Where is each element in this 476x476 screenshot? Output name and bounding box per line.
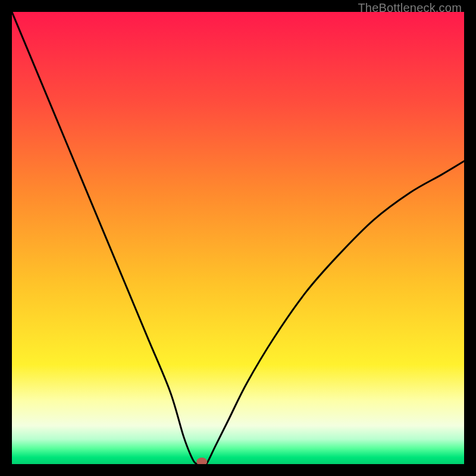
- watermark-text: TheBottleneck.com: [358, 1, 462, 15]
- bottleneck-chart: [12, 12, 464, 464]
- gradient-background: [12, 12, 464, 464]
- chart-frame: [12, 12, 464, 464]
